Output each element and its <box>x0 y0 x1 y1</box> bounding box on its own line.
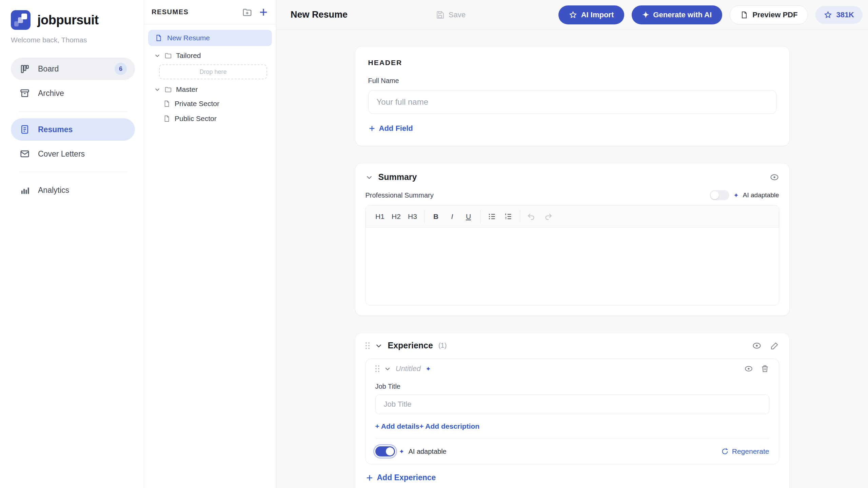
experience-title: Experience <box>388 341 433 350</box>
editor-toolbar: H1 H2 H3 B I U <box>366 205 779 228</box>
sidebar-item-archive[interactable]: Archive <box>11 82 135 104</box>
archive-icon <box>19 88 31 98</box>
sidebar: jobpursuit Welcome back, Thomas Board 6 … <box>0 0 144 488</box>
tree-folder-tailored[interactable]: Tailored <box>148 49 272 62</box>
numbered-list-button[interactable] <box>500 209 516 224</box>
file-icon <box>155 34 162 42</box>
job-title-input[interactable] <box>375 394 769 414</box>
header-section-card: HEADER Full Name Add Field <box>355 46 790 146</box>
edit-pencil-icon[interactable] <box>770 341 779 350</box>
regenerate-icon <box>721 448 729 455</box>
chevron-down-icon[interactable] <box>384 365 391 372</box>
sidebar-item-resumes[interactable]: Resumes <box>11 118 135 141</box>
welcome-text: Welcome back, Thomas <box>11 36 135 44</box>
regenerate-button[interactable]: Regenerate <box>721 447 769 455</box>
ai-import-button[interactable]: AI Import <box>558 5 625 24</box>
sidebar-item-cover-letters[interactable]: Cover Letters <box>11 143 135 165</box>
tree-folder-master[interactable]: Master <box>148 83 272 96</box>
star-icon <box>569 11 577 19</box>
file-icon <box>163 115 171 122</box>
credits-count: 381K <box>836 11 854 19</box>
professional-summary-label: Professional Summary <box>366 191 434 199</box>
summary-title: Summary <box>378 172 417 182</box>
resumes-panel: RESUMES New Resume Tailored Drop here Ma… <box>144 0 276 488</box>
sidebar-divider <box>18 111 127 111</box>
toolbar-divider <box>480 210 480 223</box>
tree-folder-label: Master <box>176 85 198 94</box>
save-label: Save <box>449 11 466 19</box>
drop-target[interactable]: Drop here <box>159 64 267 79</box>
sidebar-nav: Board 6 Archive Resumes Cover Letters <box>11 58 135 201</box>
italic-button[interactable]: I <box>444 209 460 224</box>
ai-adaptable-toggle[interactable] <box>710 190 729 200</box>
sidebar-divider <box>18 172 127 172</box>
sidebar-item-label: Cover Letters <box>38 149 85 159</box>
tree-item-label: Public Sector <box>175 115 217 123</box>
new-resume-button[interactable] <box>258 7 269 17</box>
file-icon <box>740 11 748 19</box>
sparkle-icon: ✦ <box>426 365 431 373</box>
star-icon <box>824 11 832 19</box>
toolbar-divider <box>520 210 520 223</box>
brand: jobpursuit <box>11 10 135 30</box>
sidebar-item-label: Resumes <box>38 125 73 134</box>
preview-pdf-label: Preview PDF <box>752 11 797 19</box>
visibility-eye-icon[interactable] <box>770 172 779 182</box>
save-button[interactable]: Save <box>436 11 466 19</box>
undo-button[interactable] <box>524 209 540 224</box>
new-folder-button[interactable] <box>242 7 252 17</box>
plus-icon <box>368 125 376 132</box>
sidebar-item-label: Archive <box>38 89 64 98</box>
experience-section-card: Experience (1) Untitled ✦ <box>355 333 790 488</box>
header-section-title: HEADER <box>368 59 776 67</box>
tree-item-new-resume[interactable]: New Resume <box>148 30 272 46</box>
folder-icon <box>164 52 172 59</box>
board-count-badge: 6 <box>115 63 127 75</box>
tree-item-private-sector[interactable]: Private Sector <box>148 96 272 111</box>
visibility-eye-icon[interactable] <box>744 364 753 373</box>
full-name-input[interactable] <box>368 90 776 114</box>
brand-name: jobpursuit <box>37 13 99 27</box>
generate-label: Generate with AI <box>653 11 712 19</box>
resumes-panel-title: RESUMES <box>152 8 189 16</box>
sparkle-icon: ✦ <box>399 448 405 455</box>
heading3-button[interactable]: H3 <box>405 209 421 224</box>
summary-text-area[interactable] <box>366 228 779 305</box>
heading1-button[interactable]: H1 <box>372 209 388 224</box>
add-description-button[interactable]: + Add description <box>419 422 479 430</box>
add-field-button[interactable]: Add Field <box>368 124 413 133</box>
add-experience-button[interactable]: Add Experience <box>366 473 436 482</box>
sidebar-item-label: Board <box>38 64 59 74</box>
topbar: New Resume Save AI Import ✦ Generate wit… <box>276 0 868 30</box>
resume-tree: New Resume Tailored Drop here Master Pri… <box>144 24 276 131</box>
ai-adaptable-toggle[interactable] <box>375 446 395 456</box>
underline-button[interactable]: U <box>460 209 477 224</box>
resume-document-icon <box>19 124 31 135</box>
experience-count: (1) <box>438 342 447 349</box>
regenerate-label: Regenerate <box>732 447 769 455</box>
app-logo-icon <box>11 10 31 30</box>
chevron-down-icon[interactable] <box>366 174 373 181</box>
bullet-list-button[interactable] <box>484 209 500 224</box>
folder-icon <box>164 86 172 93</box>
generate-with-ai-button[interactable]: ✦ Generate with AI <box>632 5 722 24</box>
sparkle-icon: ✦ <box>733 191 739 199</box>
preview-pdf-button[interactable]: Preview PDF <box>730 5 808 24</box>
chevron-down-icon[interactable] <box>375 342 382 349</box>
drag-handle-icon[interactable] <box>375 365 379 372</box>
page-title: New Resume <box>291 9 348 20</box>
credits-badge[interactable]: 381K <box>815 6 863 24</box>
bold-button[interactable]: B <box>428 209 444 224</box>
heading2-button[interactable]: H2 <box>388 209 405 224</box>
redo-button[interactable] <box>540 209 556 224</box>
delete-trash-icon[interactable] <box>761 364 769 373</box>
add-details-button[interactable]: + Add details <box>375 422 420 430</box>
sidebar-item-board[interactable]: Board 6 <box>11 58 135 80</box>
visibility-eye-icon[interactable] <box>752 341 762 350</box>
drag-handle-icon[interactable] <box>366 342 370 349</box>
rich-text-editor: H1 H2 H3 B I U <box>366 205 779 305</box>
sparkle-icon: ✦ <box>642 10 649 20</box>
tree-item-public-sector[interactable]: Public Sector <box>148 111 272 126</box>
ai-import-label: AI Import <box>581 11 614 19</box>
sidebar-item-analytics[interactable]: Analytics <box>11 179 135 201</box>
